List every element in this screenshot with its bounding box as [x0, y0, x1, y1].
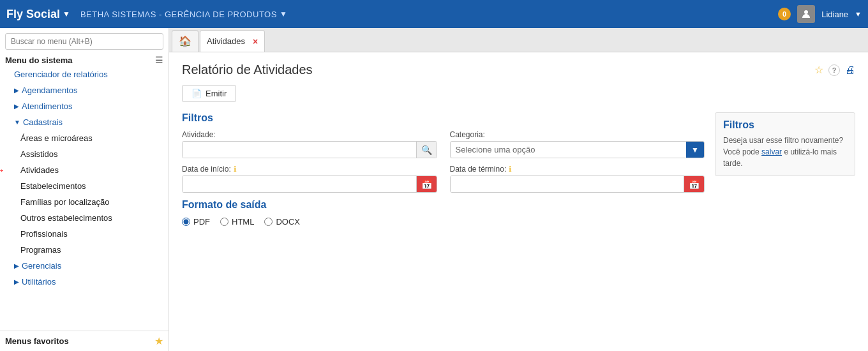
filter-data-inicio-wrap: 📅 — [182, 176, 437, 193]
filtros-title: Filtros — [182, 112, 705, 124]
page-header: Relatório de Atividades ☆ ? 🖨 — [182, 63, 855, 77]
emit-button[interactable]: 📄 Emitir — [182, 85, 236, 102]
sidebar-item-label: Outros estabelecimentos — [20, 213, 112, 223]
radio-pdf-input[interactable] — [182, 218, 190, 226]
sidebar-item-label: Estabelecimentos — [20, 181, 86, 191]
filter-atividade-label: Atividade: — [182, 130, 437, 139]
filter-categoria-label: Categoria: — [450, 130, 705, 139]
content-right: Filtros Deseja usar esse filtro novament… — [715, 112, 855, 341]
data-inicio-info-icon: ℹ — [234, 165, 237, 174]
sidebar-item-estabelecimentos[interactable]: Estabelecimentos — [0, 178, 168, 194]
right-filters-save-link[interactable]: salvar — [761, 147, 782, 156]
navbar-title-arrow[interactable]: ▼ — [280, 10, 287, 19]
atividade-search-icon[interactable]: 🔍 — [416, 142, 437, 158]
sidebar-content: Gerenciador de relatórios ▶ Agendamentos… — [0, 66, 168, 331]
sidebar-item-gerenciais[interactable]: ▶ Gerenciais — [0, 258, 168, 274]
tab-close-button[interactable]: × — [253, 36, 258, 47]
filter-data-inicio: Data de início: ℹ 📅 — [182, 165, 437, 193]
right-filters-text: Deseja usar esse filtro novamente? Você … — [723, 135, 847, 169]
categoria-dropdown-arrow[interactable]: ▼ — [686, 142, 704, 158]
filter-data-termino-wrap: 📅 — [450, 176, 705, 193]
sidebar: Menu do sistema ☰ Gerenciador de relatór… — [0, 28, 169, 351]
sidebar-search-wrap — [0, 28, 168, 52]
content-left: Filtros Atividade: 🔍 — [182, 112, 705, 341]
atividade-input[interactable] — [183, 142, 416, 158]
sidebar-item-label: Utilitários — [22, 277, 56, 287]
radio-html[interactable]: HTML — [220, 217, 254, 227]
menus-favoritos-star[interactable]: ★ — [154, 335, 163, 347]
search-input[interactable] — [5, 33, 163, 50]
output-format-title: Formato de saída — [182, 199, 705, 211]
sidebar-item-label: Atividades — [20, 165, 59, 175]
data-termino-calendar-icon[interactable]: 📅 — [684, 176, 704, 192]
radio-group: PDF HTML DOCX — [182, 217, 705, 227]
chevron-right-icon: ▶ — [14, 262, 19, 269]
page-actions: ☆ ? 🖨 — [814, 64, 855, 76]
sidebar-item-programas[interactable]: Programas — [0, 242, 168, 258]
tab-atividades[interactable]: Atividades × — [200, 30, 265, 52]
sidebar-menu-title: Menu do sistema — [5, 56, 72, 65]
sidebar-item-label: Profissionais — [20, 229, 68, 239]
data-inicio-input[interactable] — [183, 176, 416, 192]
filter-grid: Atividade: 🔍 Categoria: — [182, 130, 705, 193]
tab-home[interactable]: 🏠 — [172, 30, 198, 52]
sidebar-item-label: Gerenciador de relatórios — [14, 70, 108, 79]
radio-html-input[interactable] — [220, 218, 228, 226]
emit-button-wrap: 📄 Emitir — [182, 85, 855, 102]
chevron-down-icon: ▼ — [14, 119, 20, 126]
sidebar-item-atividades[interactable]: → Atividades — [0, 162, 168, 178]
svg-point-0 — [804, 10, 808, 14]
sidebar-item-familias[interactable]: Famílias por localização — [0, 194, 168, 210]
categoria-select[interactable]: Selecione uma opção — [451, 142, 687, 158]
sidebar-item-label: Gerenciais — [22, 261, 61, 271]
radio-docx-input[interactable] — [264, 218, 273, 226]
sidebar-item-assistidos[interactable]: Assistidos — [0, 146, 168, 162]
sidebar-item-outros-estab[interactable]: Outros estabelecimentos — [0, 210, 168, 226]
output-format-section: Formato de saída PDF HTML — [182, 199, 705, 227]
tabs-bar: 🏠 Atividades × — [169, 28, 868, 52]
navbar: Fly Social ▼ BETHA SISTEMAS - GERÊNCIA D… — [0, 0, 868, 28]
favorite-star-icon[interactable]: ☆ — [814, 64, 823, 76]
sidebar-item-cadastrais[interactable]: ▼ Cadastrais — [0, 114, 168, 130]
sidebar-item-atendimentos[interactable]: ▶ Atendimentos — [0, 98, 168, 114]
main-content: 🏠 Atividades × Relatório de Atividades ☆… — [169, 28, 868, 351]
user-avatar — [797, 5, 815, 23]
data-termino-info-icon: ℹ — [509, 165, 512, 174]
data-termino-input[interactable] — [451, 176, 684, 192]
print-icon[interactable]: 🖨 — [845, 64, 855, 76]
current-arrow-icon: → — [0, 165, 5, 176]
page-content: Relatório de Atividades ☆ ? 🖨 📄 Emitir — [169, 52, 868, 351]
sidebar-bottom: Menus favoritos ★ — [0, 331, 168, 351]
radio-docx[interactable]: DOCX — [264, 217, 300, 227]
sidebar-item-areas[interactable]: Áreas e microáreas — [0, 130, 168, 146]
notification-badge[interactable]: 0 — [778, 8, 791, 20]
sidebar-item-gerenciador[interactable]: Gerenciador de relatórios — [0, 66, 168, 82]
chevron-right-icon: ▶ — [14, 103, 19, 110]
filter-data-termino-label: Data de término: ℹ — [450, 165, 705, 174]
sidebar-item-utilitarios[interactable]: ▶ Utilitários — [0, 274, 168, 290]
filter-atividade: Atividade: 🔍 — [182, 130, 437, 158]
help-icon[interactable]: ? — [828, 64, 840, 76]
tab-label: Atividades — [207, 36, 245, 46]
sidebar-item-label: Cadastrais — [23, 117, 63, 127]
sidebar-item-agendamentos[interactable]: ▶ Agendamentos — [0, 82, 168, 98]
data-inicio-calendar-icon[interactable]: 📅 — [416, 176, 437, 192]
sidebar-item-label: Programas — [20, 245, 61, 255]
brand-logo[interactable]: Fly Social — [6, 8, 60, 21]
layout: Menu do sistema ☰ Gerenciador de relatór… — [0, 28, 868, 351]
radio-docx-label: DOCX — [276, 217, 300, 227]
emit-label: Emitir — [206, 89, 227, 98]
user-name[interactable]: Lidiane — [821, 10, 848, 19]
sidebar-menu-icon[interactable]: ☰ — [155, 55, 163, 65]
user-dropdown-arrow[interactable]: ▼ — [855, 10, 862, 18]
sidebar-item-label: Atendimentos — [22, 101, 73, 111]
right-filters-title: Filtros — [723, 119, 847, 131]
sidebar-item-label: Assistidos — [20, 149, 58, 159]
brand-dropdown-arrow[interactable]: ▼ — [63, 10, 70, 19]
menus-favoritos-title: Menus favoritos — [5, 336, 69, 346]
sidebar-item-profissionais[interactable]: Profissionais — [0, 226, 168, 242]
radio-html-label: HTML — [232, 217, 254, 227]
sidebar-item-label: Famílias por localização — [20, 197, 109, 207]
sidebar-menu-header: Menu do sistema ☰ — [0, 52, 168, 66]
radio-pdf[interactable]: PDF — [182, 217, 210, 227]
